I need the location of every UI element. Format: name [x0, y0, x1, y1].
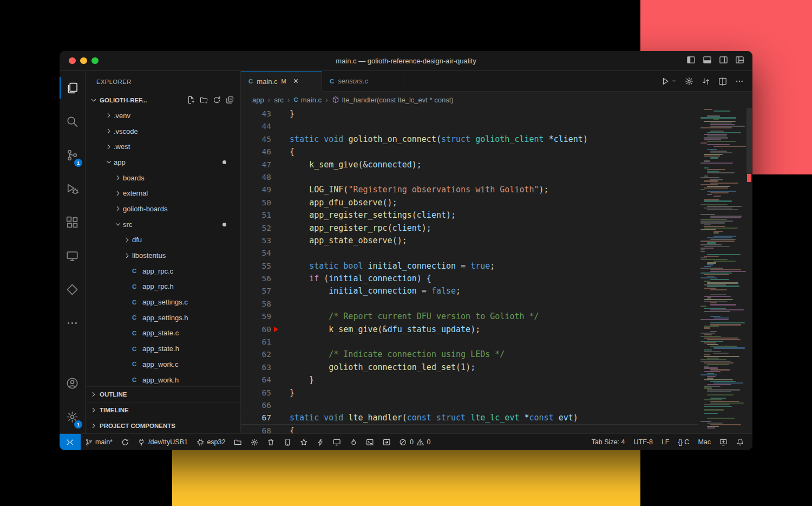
- status-configure[interactable]: [246, 434, 263, 450]
- status-flash-device[interactable]: [279, 434, 296, 450]
- code-line-56[interactable]: 56 if (initial_connection) {: [241, 273, 698, 285]
- status-remote-window[interactable]: [715, 434, 732, 450]
- status-flash[interactable]: [312, 434, 329, 450]
- tree-item-golioth-boards[interactable]: golioth-boards: [86, 201, 240, 217]
- editor-settings-button[interactable]: [685, 77, 693, 86]
- activity-remote-explorer[interactable]: [60, 239, 85, 273]
- status-clean[interactable]: [263, 434, 279, 450]
- activity-accounts[interactable]: [60, 366, 85, 400]
- activity-explorer[interactable]: [60, 71, 85, 105]
- status-favorite[interactable]: [296, 434, 312, 450]
- status-sync-changes[interactable]: [117, 434, 134, 450]
- toggle-primary-sidebar[interactable]: [686, 55, 696, 66]
- status-build-folder[interactable]: [230, 434, 246, 450]
- status-tab-size[interactable]: Tab Size: 4: [587, 434, 630, 450]
- status-encoding[interactable]: UTF-8: [630, 434, 657, 450]
- status-upload[interactable]: [378, 434, 395, 450]
- minimize-button[interactable]: [80, 57, 87, 64]
- status-keymap[interactable]: Mac: [693, 434, 715, 450]
- code-line-46[interactable]: 46{: [241, 146, 698, 158]
- sidebar-section-timeline[interactable]: TIMELINE: [86, 402, 240, 418]
- code-line-66[interactable]: 66: [241, 399, 698, 412]
- activity-manage[interactable]: 1: [60, 400, 85, 433]
- status-erase[interactable]: [345, 434, 362, 450]
- new-file-button[interactable]: [187, 96, 195, 105]
- tree-item-app[interactable]: app: [86, 154, 240, 170]
- code-line-45[interactable]: 45static void golioth_on_connect(struct …: [241, 133, 698, 146]
- project-section-header[interactable]: GOLIOTH-REF...: [86, 93, 240, 108]
- more-editor-actions-button[interactable]: [735, 77, 744, 86]
- close-icon[interactable]: ×: [293, 77, 298, 86]
- code-line-63[interactable]: 63 golioth_connection_led_set(1);: [241, 361, 698, 374]
- collapse-folders-button[interactable]: [226, 96, 234, 105]
- tree-item-app_work.h[interactable]: Capp_work.h: [86, 372, 240, 386]
- breadcrumb-item[interactable]: lte_handler(const lte_lc_evt * const): [332, 96, 454, 104]
- refresh-explorer-button[interactable]: [213, 96, 221, 105]
- code-line-65[interactable]: 65}: [241, 387, 698, 399]
- status-serial-port[interactable]: /dev/ttyUSB1: [133, 434, 192, 450]
- toggle-panel[interactable]: [703, 55, 712, 66]
- code-lines[interactable]: 43}4445static void golioth_on_connect(st…: [241, 108, 698, 433]
- tree-item-app_state.h[interactable]: Capp_state.h: [86, 341, 240, 356]
- zoom-button[interactable]: [91, 57, 99, 64]
- activity-custom-view[interactable]: [60, 273, 85, 306]
- split-editor-button[interactable]: [718, 77, 727, 86]
- status-terminal[interactable]: [362, 434, 378, 450]
- code-line-52[interactable]: 52 app_register_rpc(client);: [241, 222, 698, 235]
- tab-sensors.c[interactable]: Csensors.c: [322, 71, 403, 92]
- activity-run-and-debug[interactable]: [60, 172, 85, 205]
- code-line-58[interactable]: 58: [241, 298, 698, 310]
- code-line-43[interactable]: 43}: [241, 108, 698, 120]
- tree-item-dfu[interactable]: dfu: [86, 232, 240, 248]
- tree-item-libostentus[interactable]: libostentus: [86, 248, 240, 263]
- status-problems[interactable]: 00: [395, 434, 435, 450]
- status-end-of-line[interactable]: LF: [657, 434, 674, 450]
- status-target-board[interactable]: esp32: [192, 434, 230, 450]
- sidebar-section-project-components[interactable]: PROJECT COMPONENTS: [86, 418, 240, 433]
- activity-more-views[interactable]: [60, 306, 85, 340]
- tree-item-app_rpc.h[interactable]: Capp_rpc.h: [86, 279, 240, 295]
- close-button[interactable]: [69, 57, 76, 64]
- tree-item-app_state.c[interactable]: Capp_state.c: [86, 326, 240, 341]
- code-line-57[interactable]: 57 initial_connection = false;: [241, 285, 698, 297]
- code-line-49[interactable]: 49 LOG_INF("Registering observations wit…: [241, 184, 698, 196]
- code-line-54[interactable]: 54: [241, 247, 698, 260]
- code-line-67[interactable]: 67static void lte_handler(const struct l…: [241, 412, 698, 424]
- breadcrumb-item[interactable]: app: [252, 96, 264, 104]
- status-notifications[interactable]: [732, 434, 749, 450]
- code-line-50[interactable]: 50 app_dfu_observe();: [241, 197, 698, 209]
- breadcrumb-item[interactable]: src: [274, 96, 283, 104]
- sidebar-section-outline[interactable]: OUTLINE: [86, 386, 240, 402]
- code-line-53[interactable]: 53 app_state_observe();: [241, 235, 698, 247]
- status-serial-monitor[interactable]: [329, 434, 345, 450]
- code-line-68[interactable]: 68{: [241, 425, 698, 433]
- status-language-mode[interactable]: {} C: [674, 434, 694, 450]
- breadcrumb-item[interactable]: Cmain.c: [293, 96, 322, 104]
- toggle-secondary-sidebar[interactable]: [719, 55, 728, 66]
- tree-item-app_work.c[interactable]: Capp_work.c: [86, 356, 240, 372]
- code-line-61[interactable]: 61: [241, 336, 698, 348]
- new-folder-button[interactable]: [200, 96, 208, 105]
- code-line-55[interactable]: 55 static bool initial_connection = true…: [241, 260, 698, 273]
- customize-layout[interactable]: [735, 55, 744, 66]
- code-line-60[interactable]: 60 k_sem_give(&dfu_status_update);: [241, 323, 698, 336]
- code-line-64[interactable]: 64 }: [241, 374, 698, 386]
- tree-item-app_rpc.c[interactable]: Capp_rpc.c: [86, 263, 240, 279]
- code-line-62[interactable]: 62 /* Indicate connection using LEDs */: [241, 348, 698, 361]
- activity-search[interactable]: [60, 105, 85, 138]
- activity-extensions[interactable]: [60, 205, 85, 239]
- code-line-44[interactable]: 44: [241, 120, 698, 133]
- code-line-48[interactable]: 48: [241, 171, 698, 184]
- tab-main.c[interactable]: Cmain.cM×: [241, 71, 322, 92]
- tree-item-.vscode[interactable]: .vscode: [86, 124, 240, 139]
- scrollbar-thumb[interactable]: [746, 108, 752, 174]
- tree-item-app_settings.c[interactable]: Capp_settings.c: [86, 294, 240, 310]
- status-remote-indicator[interactable]: [60, 434, 81, 450]
- tree-item-app_settings.h[interactable]: Capp_settings.h: [86, 310, 240, 326]
- tree-item-.west[interactable]: .west: [86, 139, 240, 154]
- run-or-debug-button[interactable]: [662, 77, 677, 86]
- overview-ruler[interactable]: [746, 108, 752, 433]
- open-changes-button[interactable]: [702, 77, 710, 86]
- tree-item-boards[interactable]: boards: [86, 170, 240, 186]
- status-git-branch[interactable]: main*: [81, 434, 117, 450]
